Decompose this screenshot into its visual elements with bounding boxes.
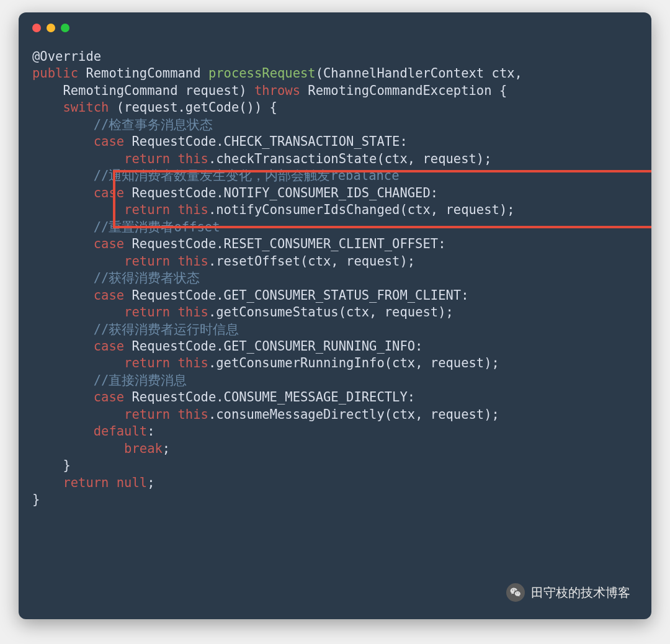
keyword-case: case: [94, 288, 124, 303]
keyword-throws: throws: [254, 83, 300, 98]
ret5-tail: .getConsumerRunningInfo(ctx, request);: [208, 356, 499, 370]
ret1-tail: .checkTransactionState(ctx, request);: [208, 151, 492, 166]
code-window: @Override public RemotingCommand process…: [19, 12, 651, 619]
switch-close-brace: }: [63, 458, 70, 473]
keyword-case: case: [94, 339, 124, 354]
keyword-this: this: [178, 254, 208, 269]
window-traffic-lights: [32, 24, 638, 32]
code-block: @Override public RemotingCommand process…: [32, 48, 638, 509]
keyword-default: default: [94, 424, 147, 439]
keyword-case: case: [94, 390, 124, 405]
keyword-switch: switch: [63, 100, 109, 115]
ret4-tail: .getConsumeStatus(ctx, request);: [208, 305, 453, 320]
case1-expr: RequestCode.CHECK_TRANSACTION_STATE:: [124, 134, 408, 149]
keyword-case: case: [94, 134, 124, 149]
comment-2: //通知消费者数量发生变化，内部会触发rebalance: [94, 168, 400, 183]
case4-expr: RequestCode.GET_CONSUMER_STATUS_FROM_CLI…: [124, 288, 468, 303]
keyword-this: this: [178, 202, 208, 217]
keyword-case: case: [94, 186, 124, 200]
keyword-return: return: [124, 407, 170, 422]
ret3-tail: .resetOffset(ctx, request);: [208, 254, 415, 269]
null-semicolon: ;: [147, 475, 154, 490]
wechat-icon: [506, 583, 525, 602]
keyword-this: this: [178, 356, 208, 370]
keyword-public: public: [32, 66, 78, 81]
keyword-break: break: [124, 441, 163, 456]
minimize-icon[interactable]: [47, 24, 55, 32]
comment-5: //获得消费者运行时信息: [94, 322, 239, 337]
default-colon: :: [147, 424, 154, 439]
watermark-text: 田守枝的技术博客: [531, 584, 630, 601]
keyword-this: this: [178, 305, 208, 320]
keyword-return: return: [124, 356, 170, 370]
keyword-return: return: [124, 202, 170, 217]
keyword-return: return: [124, 151, 170, 166]
ret2-tail: .notifyConsumerIdsChanged(ctx, request);: [208, 202, 515, 217]
keyword-this: this: [178, 151, 208, 166]
ret6-tail: .consumeMessageDirectly(ctx, request);: [208, 407, 499, 422]
comment-1: //检查事务消息状态: [94, 117, 213, 132]
method-name: processRequest: [208, 66, 316, 81]
keyword-return: return: [124, 254, 170, 269]
keyword-this: this: [178, 407, 208, 422]
zoom-icon[interactable]: [61, 24, 69, 32]
sig-part1: (ChannelHandlerContext ctx,: [316, 66, 522, 81]
keyword-return: return: [124, 305, 170, 320]
comment-6: //直接消费消息: [94, 373, 187, 388]
keyword-case: case: [94, 236, 124, 251]
watermark: 田守枝的技术博客: [506, 583, 630, 602]
switch-expr: (request.getCode()) {: [109, 100, 277, 115]
sig-line2-prefix: RemotingCommand request): [63, 83, 246, 98]
break-semicolon: ;: [163, 441, 170, 456]
close-icon[interactable]: [32, 24, 41, 32]
case6-expr: RequestCode.CONSUME_MESSAGE_DIRECTLY:: [124, 390, 415, 405]
sig-line2-suffix: RemotingCommandException {: [308, 83, 507, 98]
return-type: RemotingCommand: [86, 66, 200, 81]
case2-expr: RequestCode.NOTIFY_CONSUMER_IDS_CHANGED:: [124, 186, 438, 200]
case3-expr: RequestCode.RESET_CONSUMER_CLIENT_OFFSET…: [124, 236, 445, 251]
keyword-return: return: [63, 475, 109, 490]
comment-3: //重置消费者offset: [94, 220, 220, 235]
keyword-null: null: [117, 475, 147, 490]
comment-4: //获得消费者状态: [94, 271, 200, 285]
annotation-override: @Override: [32, 49, 101, 64]
method-close-brace: }: [32, 492, 40, 507]
case5-expr: RequestCode.GET_CONSUMER_RUNNING_INFO:: [124, 339, 422, 354]
